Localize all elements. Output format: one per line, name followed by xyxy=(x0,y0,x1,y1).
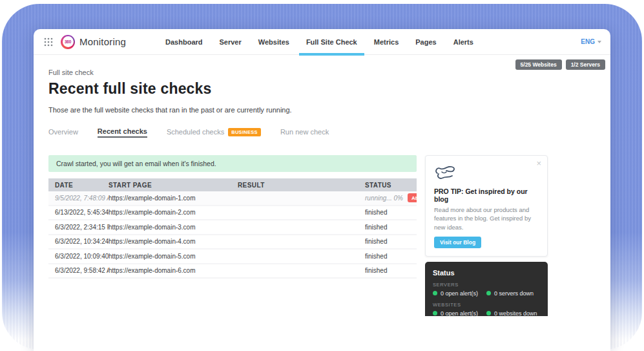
table-row[interactable]: 6/3/2022, 9:58:42 AM https://example-dom… xyxy=(48,264,417,279)
column-header-result: RESULT xyxy=(238,182,365,189)
page-content: Full site check Recent full site checks … xyxy=(34,55,610,316)
column-header-status: STATUS xyxy=(365,182,417,189)
page-title: Recent full site checks xyxy=(48,80,610,98)
status-section: WEBSITES 0 open alert(s) 0 websites down xyxy=(433,302,540,316)
status-section-items: 0 open alert(s) 0 websites down xyxy=(433,310,540,316)
nav-item-label: Alerts xyxy=(453,38,473,46)
table-row[interactable]: 6/3/2022, 10:34:24 AM https://example-do… xyxy=(48,235,417,250)
table-row[interactable]: 6/3/2022, 2:34:15 PM https://example-dom… xyxy=(48,220,417,235)
table-row[interactable]: 6/3/2022, 10:09:40 AM https://example-do… xyxy=(48,250,417,264)
sidebar-column: × PRO TIP: Get inspired by our blog Read… xyxy=(425,155,548,316)
tab-label: Scheduled checks xyxy=(167,128,224,136)
tab-overview[interactable]: Overview xyxy=(48,126,78,138)
status-section-heading: SERVERS xyxy=(433,282,540,288)
table-row[interactable]: 6/13/2022, 5:45:34 PM https://example-do… xyxy=(48,206,417,221)
tab-scheduled-checks[interactable]: Scheduled checks BUSINESS xyxy=(167,126,261,138)
page-subtitle: Those are the full website checks that r… xyxy=(48,106,610,114)
cell-status: finished xyxy=(365,267,417,274)
status-panel: Status SERVERS 0 open alert(s) 0 servers… xyxy=(425,262,548,316)
green-status-dot-icon xyxy=(486,291,491,295)
language-selector[interactable]: ENG xyxy=(581,38,601,45)
nav-item-alerts[interactable]: Alerts xyxy=(445,29,482,55)
cell-start-page: https://example-domain-3.com xyxy=(109,224,238,231)
close-icon[interactable]: × xyxy=(536,159,541,167)
business-badge: BUSINESS xyxy=(228,128,261,136)
green-status-dot-icon xyxy=(433,291,437,295)
pro-tip-body: Read more about our products and feature… xyxy=(434,206,539,231)
nav-item-full-site-check[interactable]: Full Site Check xyxy=(298,29,366,55)
cell-date: 6/3/2022, 10:34:24 AM xyxy=(55,238,109,245)
main-columns: Crawl started, you will get an email whe… xyxy=(48,155,610,316)
status-section-items: 0 open alert(s) 0 servers down xyxy=(433,290,540,297)
status-panel-title: Status xyxy=(433,269,540,277)
checks-column: Crawl started, you will get an email whe… xyxy=(48,155,417,316)
breadcrumb: Full site check xyxy=(48,69,610,76)
handshake-doodle-icon xyxy=(434,164,457,181)
status-item-label: 0 open alert(s) xyxy=(441,290,478,297)
nav-item-label: Dashboard xyxy=(165,38,202,46)
cell-start-page: https://example-domain-1.com xyxy=(109,195,238,202)
primary-nav: DashboardServerWebsitesFull Site CheckMe… xyxy=(157,29,482,55)
status-text: finished xyxy=(365,238,387,245)
cell-status: finished xyxy=(365,238,417,245)
nav-item-server[interactable]: Server xyxy=(211,29,250,55)
status-item-label: 0 websites down xyxy=(494,310,537,316)
table-row[interactable]: 9/5/2022, 7:48:09 AM https://example-dom… xyxy=(48,191,417,206)
status-item: 0 open alert(s) xyxy=(433,310,486,316)
cell-start-page: https://example-domain-6.com xyxy=(109,267,238,274)
page-tabs: Overview Recent checks Scheduled checks … xyxy=(48,126,610,138)
status-text: finished xyxy=(365,267,387,274)
column-header-start-page: START PAGE xyxy=(109,182,238,189)
status-section-heading: WEBSITES xyxy=(433,302,540,308)
column-header-date: DATE xyxy=(55,182,109,189)
nav-item-label: Metrics xyxy=(374,38,399,46)
apps-grid-icon[interactable] xyxy=(44,37,53,47)
tab-label: Overview xyxy=(48,128,78,136)
nav-item-metrics[interactable]: Metrics xyxy=(366,29,408,55)
brand-logo-text: 360 xyxy=(63,36,74,47)
chevron-down-icon xyxy=(597,41,601,43)
cell-date: 6/3/2022, 2:34:15 PM xyxy=(55,224,109,231)
visit-blog-button[interactable]: Visit our Blog xyxy=(434,237,481,248)
cell-start-page: https://example-domain-2.com xyxy=(109,209,238,216)
nav-item-label: Pages xyxy=(415,38,436,46)
checks-table-header: DATE START PAGE RESULT STATUS xyxy=(48,178,417,191)
green-status-dot-icon xyxy=(486,311,491,315)
cell-date: 6/3/2022, 9:58:42 AM xyxy=(55,267,109,274)
brand-name[interactable]: Monitoring xyxy=(79,36,126,47)
cell-status: finished xyxy=(365,253,417,260)
green-status-dot-icon xyxy=(433,311,437,315)
cell-date: 6/3/2022, 10:09:40 AM xyxy=(55,253,109,260)
success-alert: Crawl started, you will get an email whe… xyxy=(48,155,417,172)
cell-status: running... 0% Abort xyxy=(365,193,417,202)
cell-status: finished xyxy=(365,209,417,216)
cell-date: 6/13/2022, 5:45:34 PM xyxy=(55,209,109,216)
status-text: finished xyxy=(365,209,387,216)
nav-item-label: Server xyxy=(220,38,242,46)
status-text: finished xyxy=(365,224,387,231)
pro-tip-title: PRO TIP: Get inspired by our blog xyxy=(434,187,539,203)
status-item-label: 0 servers down xyxy=(494,290,534,297)
status-section: SERVERS 0 open alert(s) 0 servers down xyxy=(433,282,540,297)
status-item: 0 open alert(s) xyxy=(433,290,486,297)
nav-item-label: Websites xyxy=(258,38,289,46)
status-item: 0 servers down xyxy=(486,290,540,297)
pro-tip-card: × PRO TIP: Get inspired by our blog Read… xyxy=(425,155,548,257)
nav-item-pages[interactable]: Pages xyxy=(407,29,444,55)
language-label: ENG xyxy=(581,38,595,45)
tab-label: Recent checks xyxy=(98,127,147,135)
tab-run-new-check[interactable]: Run new check xyxy=(280,126,329,138)
abort-button[interactable]: Abort xyxy=(408,193,417,202)
app-window: 360 Monitoring DashboardServerWebsitesFu… xyxy=(34,29,610,351)
status-text: running... 0% xyxy=(365,195,403,202)
tab-label: Run new check xyxy=(280,128,329,136)
nav-item-websites[interactable]: Websites xyxy=(250,29,298,55)
cell-start-page: https://example-domain-5.com xyxy=(109,253,238,260)
tab-recent-checks[interactable]: Recent checks xyxy=(98,126,147,138)
brand-logo-icon[interactable]: 360 xyxy=(61,35,75,49)
status-text: finished xyxy=(365,253,387,260)
checks-table-body: 9/5/2022, 7:48:09 AM https://example-dom… xyxy=(48,191,417,279)
nav-item-label: Full Site Check xyxy=(306,38,357,46)
status-item: 0 websites down xyxy=(486,310,540,316)
nav-item-dashboard[interactable]: Dashboard xyxy=(157,29,211,55)
